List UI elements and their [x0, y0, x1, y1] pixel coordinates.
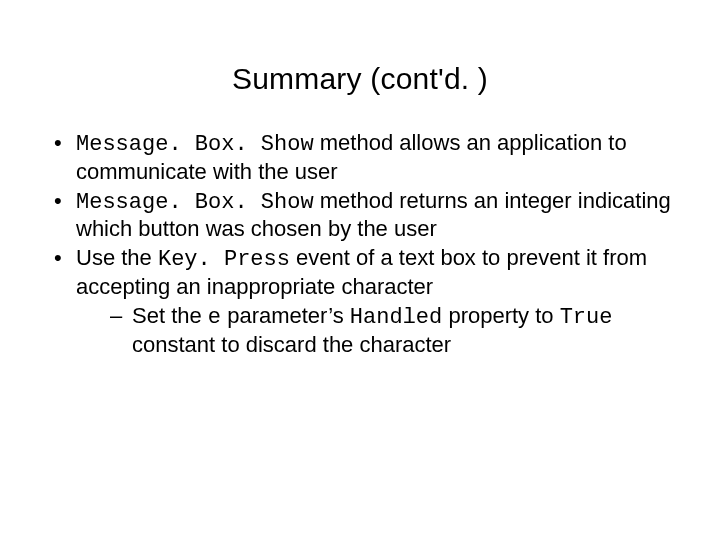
code-span: Key. Press [158, 247, 290, 272]
sub-text: Set the [132, 303, 208, 328]
code-span: Message. Box. Show [76, 132, 314, 157]
slide: Summary (cont'd. ) Message. Box. Show me… [0, 62, 720, 540]
bullet-list: Message. Box. Show method allows an appl… [48, 130, 672, 359]
code-span: Handled [350, 305, 442, 330]
slide-body: Message. Box. Show method allows an appl… [0, 130, 720, 359]
code-span: Message. Box. Show [76, 190, 314, 215]
slide-title: Summary (cont'd. ) [0, 62, 720, 96]
bullet-text: Use the [76, 245, 158, 270]
sub-text: constant to discard the character [132, 332, 451, 357]
sub-bullet-item: Set the e parameter’s Handled property t… [110, 303, 672, 359]
code-span: e [208, 305, 221, 330]
code-span: True [560, 305, 613, 330]
bullet-item: Message. Box. Show method allows an appl… [48, 130, 672, 186]
sub-text: parameter’s [221, 303, 350, 328]
sub-text: property to [442, 303, 559, 328]
sub-bullet-list: Set the e parameter’s Handled property t… [76, 303, 672, 359]
bullet-item: Message. Box. Show method returns an int… [48, 188, 672, 244]
bullet-item: Use the Key. Press event of a text box t… [48, 245, 672, 358]
